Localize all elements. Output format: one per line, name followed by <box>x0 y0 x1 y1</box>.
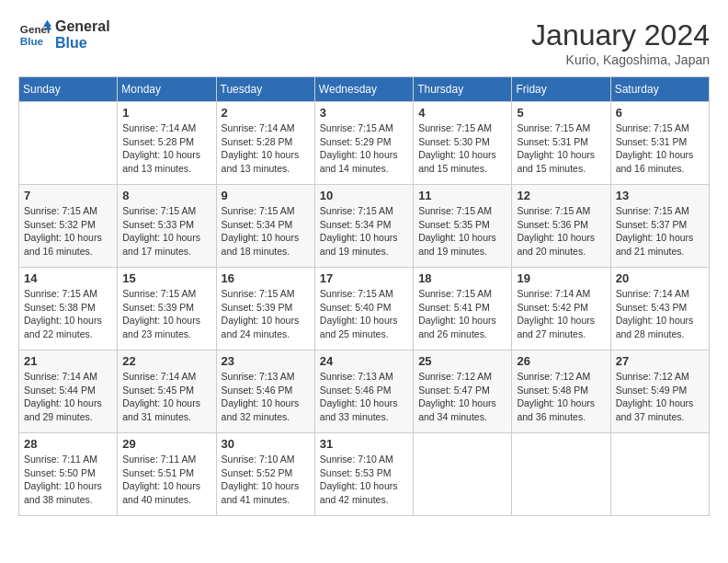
header-cell-thursday: Thursday <box>414 77 512 102</box>
day-cell: 12Sunrise: 7:15 AM Sunset: 5:36 PM Dayli… <box>512 185 610 268</box>
day-info: Sunrise: 7:15 AM Sunset: 5:31 PM Dayligh… <box>616 121 704 176</box>
day-number: 28 <box>24 437 112 451</box>
day-info: Sunrise: 7:11 AM Sunset: 5:51 PM Dayligh… <box>122 453 210 507</box>
day-number: 18 <box>418 271 506 285</box>
page-header: General Blue General Blue January 2024 K… <box>18 18 710 67</box>
header-cell-tuesday: Tuesday <box>216 77 314 102</box>
day-cell: 16Sunrise: 7:15 AM Sunset: 5:39 PM Dayli… <box>216 268 314 350</box>
day-number: 24 <box>320 354 408 368</box>
day-cell: 6Sunrise: 7:15 AM Sunset: 5:31 PM Daylig… <box>610 102 709 185</box>
day-info: Sunrise: 7:15 AM Sunset: 5:41 PM Dayligh… <box>418 287 506 341</box>
day-cell: 3Sunrise: 7:15 AM Sunset: 5:29 PM Daylig… <box>314 102 413 185</box>
day-number: 14 <box>24 271 112 285</box>
day-info: Sunrise: 7:14 AM Sunset: 5:45 PM Dayligh… <box>122 370 210 424</box>
day-cell: 1Sunrise: 7:14 AM Sunset: 5:28 PM Daylig… <box>118 102 216 185</box>
day-info: Sunrise: 7:15 AM Sunset: 5:34 PM Dayligh… <box>320 204 408 259</box>
day-cell: 13Sunrise: 7:15 AM Sunset: 5:37 PM Dayli… <box>610 185 709 268</box>
logo-icon: General Blue <box>18 18 51 52</box>
day-number: 5 <box>517 106 605 120</box>
day-number: 4 <box>418 106 506 120</box>
day-cell: 30Sunrise: 7:10 AM Sunset: 5:52 PM Dayli… <box>216 433 314 516</box>
day-number: 7 <box>24 189 112 202</box>
header-cell-sunday: Sunday <box>19 77 118 102</box>
logo: General Blue General Blue <box>18 18 110 52</box>
week-row-3: 21Sunrise: 7:14 AM Sunset: 5:44 PM Dayli… <box>19 350 710 433</box>
header-cell-friday: Friday <box>512 77 610 102</box>
day-cell: 19Sunrise: 7:14 AM Sunset: 5:42 PM Dayli… <box>512 268 610 350</box>
day-cell: 25Sunrise: 7:12 AM Sunset: 5:47 PM Dayli… <box>414 350 512 433</box>
week-row-2: 14Sunrise: 7:15 AM Sunset: 5:38 PM Dayli… <box>19 268 710 350</box>
day-info: Sunrise: 7:15 AM Sunset: 5:29 PM Dayligh… <box>320 121 408 176</box>
day-number: 6 <box>616 106 704 120</box>
day-cell: 2Sunrise: 7:14 AM Sunset: 5:28 PM Daylig… <box>216 102 314 185</box>
header-row: SundayMondayTuesdayWednesdayThursdayFrid… <box>19 77 710 102</box>
day-cell <box>512 433 610 516</box>
day-cell <box>414 433 512 516</box>
week-row-1: 7Sunrise: 7:15 AM Sunset: 5:32 PM Daylig… <box>19 185 710 268</box>
day-info: Sunrise: 7:15 AM Sunset: 5:38 PM Dayligh… <box>24 287 112 341</box>
day-cell: 15Sunrise: 7:15 AM Sunset: 5:39 PM Dayli… <box>118 268 216 350</box>
day-info: Sunrise: 7:15 AM Sunset: 5:39 PM Dayligh… <box>222 287 310 341</box>
header-cell-saturday: Saturday <box>610 77 709 102</box>
day-number: 8 <box>122 189 210 202</box>
day-info: Sunrise: 7:15 AM Sunset: 5:33 PM Dayligh… <box>122 204 210 259</box>
week-row-0: 1Sunrise: 7:14 AM Sunset: 5:28 PM Daylig… <box>19 102 710 185</box>
day-number: 19 <box>517 271 605 285</box>
logo-general: General <box>55 18 110 35</box>
calendar-header: SundayMondayTuesdayWednesdayThursdayFrid… <box>19 77 710 102</box>
day-cell: 17Sunrise: 7:15 AM Sunset: 5:40 PM Dayli… <box>314 268 413 350</box>
day-cell: 24Sunrise: 7:13 AM Sunset: 5:46 PM Dayli… <box>314 350 413 433</box>
day-info: Sunrise: 7:14 AM Sunset: 5:44 PM Dayligh… <box>24 370 112 424</box>
day-cell <box>19 102 118 185</box>
svg-text:Blue: Blue <box>20 35 44 47</box>
day-info: Sunrise: 7:10 AM Sunset: 5:52 PM Dayligh… <box>222 453 310 507</box>
month-title: January 2024 <box>531 18 710 52</box>
day-info: Sunrise: 7:15 AM Sunset: 5:31 PM Dayligh… <box>517 121 605 176</box>
day-cell: 11Sunrise: 7:15 AM Sunset: 5:35 PM Dayli… <box>414 185 512 268</box>
day-cell: 26Sunrise: 7:12 AM Sunset: 5:48 PM Dayli… <box>512 350 610 433</box>
day-cell: 27Sunrise: 7:12 AM Sunset: 5:49 PM Dayli… <box>610 350 709 433</box>
day-cell: 18Sunrise: 7:15 AM Sunset: 5:41 PM Dayli… <box>414 268 512 350</box>
header-cell-wednesday: Wednesday <box>314 77 413 102</box>
day-number: 9 <box>222 189 310 202</box>
day-number: 30 <box>222 437 310 451</box>
day-number: 27 <box>616 354 704 368</box>
logo-blue: Blue <box>55 35 110 52</box>
day-info: Sunrise: 7:12 AM Sunset: 5:47 PM Dayligh… <box>418 370 506 424</box>
day-cell: 21Sunrise: 7:14 AM Sunset: 5:44 PM Dayli… <box>19 350 118 433</box>
day-number: 21 <box>24 354 112 368</box>
day-info: Sunrise: 7:14 AM Sunset: 5:28 PM Dayligh… <box>122 121 210 176</box>
day-info: Sunrise: 7:14 AM Sunset: 5:42 PM Dayligh… <box>517 287 605 341</box>
day-cell: 22Sunrise: 7:14 AM Sunset: 5:45 PM Dayli… <box>118 350 216 433</box>
day-info: Sunrise: 7:14 AM Sunset: 5:43 PM Dayligh… <box>616 287 704 341</box>
day-cell: 8Sunrise: 7:15 AM Sunset: 5:33 PM Daylig… <box>118 185 216 268</box>
calendar-body: 1Sunrise: 7:14 AM Sunset: 5:28 PM Daylig… <box>19 102 710 516</box>
day-info: Sunrise: 7:15 AM Sunset: 5:40 PM Dayligh… <box>320 287 408 341</box>
day-number: 20 <box>616 271 704 285</box>
day-info: Sunrise: 7:15 AM Sunset: 5:34 PM Dayligh… <box>222 204 310 259</box>
day-cell: 10Sunrise: 7:15 AM Sunset: 5:34 PM Dayli… <box>314 185 413 268</box>
day-number: 23 <box>222 354 310 368</box>
day-number: 15 <box>122 271 210 285</box>
day-cell: 7Sunrise: 7:15 AM Sunset: 5:32 PM Daylig… <box>19 185 118 268</box>
day-number: 10 <box>320 189 408 202</box>
day-info: Sunrise: 7:12 AM Sunset: 5:49 PM Dayligh… <box>616 370 704 424</box>
day-cell: 23Sunrise: 7:13 AM Sunset: 5:46 PM Dayli… <box>216 350 314 433</box>
day-number: 29 <box>122 437 210 451</box>
calendar-table: SundayMondayTuesdayWednesdayThursdayFrid… <box>18 76 710 516</box>
day-info: Sunrise: 7:15 AM Sunset: 5:39 PM Dayligh… <box>122 287 210 341</box>
day-cell: 29Sunrise: 7:11 AM Sunset: 5:51 PM Dayli… <box>118 433 216 516</box>
day-info: Sunrise: 7:15 AM Sunset: 5:32 PM Dayligh… <box>24 204 112 259</box>
header-cell-monday: Monday <box>118 77 216 102</box>
day-number: 1 <box>122 106 210 120</box>
day-cell <box>610 433 709 516</box>
day-cell: 5Sunrise: 7:15 AM Sunset: 5:31 PM Daylig… <box>512 102 610 185</box>
day-info: Sunrise: 7:15 AM Sunset: 5:35 PM Dayligh… <box>418 204 506 259</box>
day-number: 2 <box>222 106 310 120</box>
day-info: Sunrise: 7:11 AM Sunset: 5:50 PM Dayligh… <box>24 453 112 507</box>
location-subtitle: Kurio, Kagoshima, Japan <box>531 52 710 67</box>
day-number: 12 <box>517 189 605 202</box>
day-number: 25 <box>418 354 506 368</box>
day-cell: 20Sunrise: 7:14 AM Sunset: 5:43 PM Dayli… <box>610 268 709 350</box>
day-number: 17 <box>320 271 408 285</box>
